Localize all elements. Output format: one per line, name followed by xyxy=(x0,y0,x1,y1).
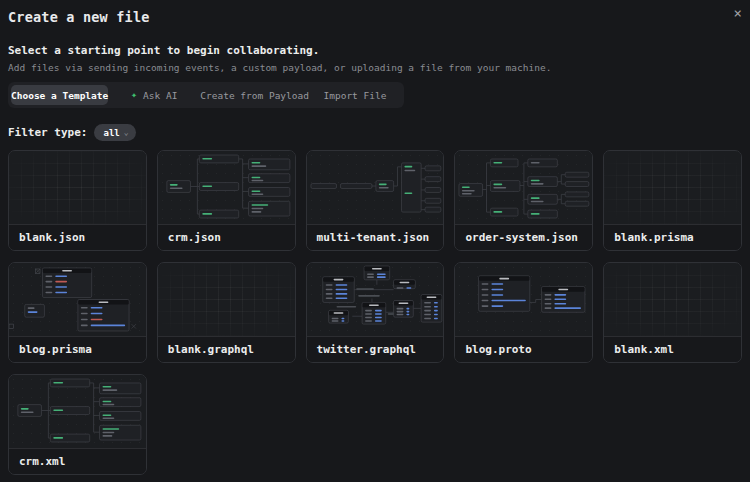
template-card[interactable]: blank.xml xyxy=(603,262,742,363)
dialog-description: Add files via sending incoming events, a… xyxy=(8,62,742,73)
template-filename: blank.prisma xyxy=(604,224,741,250)
filter-type-select[interactable]: all ⌄ xyxy=(94,124,135,141)
template-filename: crm.json xyxy=(158,224,295,250)
template-card[interactable]: blog.proto xyxy=(454,262,593,363)
dialog-title: Create a new file xyxy=(8,9,742,25)
template-preview-tree-diagram xyxy=(158,151,295,224)
template-filename: multi-tenant.json xyxy=(307,224,444,250)
template-filename: blog.proto xyxy=(455,336,592,362)
tab-create-from-payload[interactable]: Create from Payload xyxy=(200,85,309,105)
template-preview-blank-grid xyxy=(158,263,295,336)
template-card[interactable]: blank.json xyxy=(8,150,147,251)
template-filename: blank.xml xyxy=(604,336,741,362)
template-preview-blank-grid xyxy=(604,263,741,336)
template-preview-blank-grid xyxy=(9,151,146,224)
template-filename: blank.json xyxy=(9,224,146,250)
template-filename: blank.graphql xyxy=(158,336,295,362)
template-filename: twitter.graphql xyxy=(307,336,444,362)
template-card[interactable]: crm.xml xyxy=(8,374,147,475)
template-preview-overlap-tables xyxy=(9,263,146,336)
tab-label: Import File xyxy=(324,90,387,101)
dialog-subtitle: Select a starting point to begin collabo… xyxy=(8,44,742,57)
template-preview-chain-diagram xyxy=(307,151,444,224)
tab-choose-a-template[interactable]: Choose a Template xyxy=(11,85,108,105)
tab-label: Choose a Template xyxy=(11,90,108,101)
template-card[interactable]: crm.json xyxy=(157,150,296,251)
template-preview-scatter-tables xyxy=(307,263,444,336)
template-filename: crm.xml xyxy=(9,448,146,474)
template-preview-pair-tables xyxy=(455,263,592,336)
mode-tabs: Choose a Template✦Ask AICreate from Payl… xyxy=(8,82,404,108)
template-grid: blank.jsoncrm.jsonmulti-tenant.jsonorder… xyxy=(8,150,742,475)
template-card[interactable]: multi-tenant.json xyxy=(306,150,445,251)
tab-label: Ask AI xyxy=(143,90,177,101)
tab-ask-ai[interactable]: ✦Ask AI xyxy=(108,85,200,105)
template-preview-tree-diagram xyxy=(9,375,146,448)
tab-import-file[interactable]: Import File xyxy=(309,85,401,105)
sparkle-icon: ✦ xyxy=(131,90,137,100)
create-file-dialog: Create a new file × Select a starting po… xyxy=(0,0,750,482)
template-preview-blank-grid xyxy=(604,151,741,224)
template-card[interactable]: blank.graphql xyxy=(157,262,296,363)
template-filename: order-system.json xyxy=(455,224,592,250)
template-card[interactable]: blank.prisma xyxy=(603,150,742,251)
template-card[interactable]: twitter.graphql xyxy=(306,262,445,363)
close-icon[interactable]: × xyxy=(734,6,742,20)
template-card[interactable]: order-system.json xyxy=(454,150,593,251)
filter-type-value: all xyxy=(103,128,119,138)
template-filename: blog.prisma xyxy=(9,336,146,362)
template-preview-branch-diagram xyxy=(455,151,592,224)
chevron-down-icon: ⌄ xyxy=(124,129,129,137)
template-card[interactable]: blog.prisma xyxy=(8,262,147,363)
tab-label: Create from Payload xyxy=(200,90,309,101)
filter-type-label: Filter type: xyxy=(8,126,87,139)
filter-row: Filter type: all ⌄ xyxy=(8,124,742,141)
